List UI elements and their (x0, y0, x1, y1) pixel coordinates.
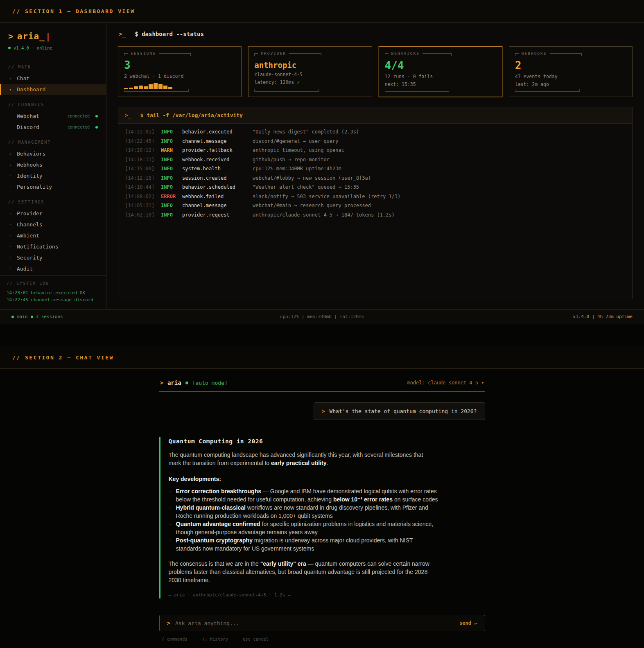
connected-dot-icon (95, 126, 98, 129)
log-row: [14:20:12]WARNprovider.fallbackanthropic… (125, 146, 626, 155)
sidebar-item-personality[interactable]: · Personality (0, 181, 106, 192)
system-log-panel: // SYSTEM LOG 14:23:01 behavior.executed… (0, 275, 106, 309)
card-title: SESSIONS (128, 51, 159, 56)
sidebar-item-chat[interactable]: ▸ Chat (0, 73, 106, 84)
hint-history: ↑↓ history (202, 637, 228, 641)
status-bar-metrics: cpu:12% | mem:340mb | lat:120ms (0, 314, 644, 319)
nav-group-settings: // SETTINGS (0, 200, 106, 204)
section-1-header: // SECTION 1 — DASHBOARD VIEW (0, 0, 644, 23)
check-icon: ✓ (297, 79, 300, 85)
model-selector[interactable]: model: claude-sonnet-4-5 ▾ (407, 380, 484, 386)
sidebar-item-dashboard[interactable]: ▸ Dashboard (0, 84, 106, 95)
card-frame-bottom (254, 89, 319, 92)
bullet-icon: · (169, 487, 172, 495)
sidebar-item-channels[interactable]: · Channels (0, 219, 106, 230)
bullet-icon: · (169, 536, 172, 544)
card-frame-bottom (385, 89, 450, 92)
nav-group-channels: // CHANNELS (0, 102, 106, 107)
sidebar-item-label: Behaviors (17, 151, 45, 157)
card-frame-top: PROVIDER (254, 53, 321, 56)
sidebar-item-ambient[interactable]: · Ambient (0, 230, 106, 241)
prompt-chevron-icon: > (167, 620, 170, 626)
stat-cards: SESSIONS 3 2 webchat · 1 discord PROVIDE… (118, 46, 633, 97)
section-2-header: // SECTION 2 — CHAT VIEW (0, 346, 644, 369)
behaviors-runs: 12 runs · 0 fails (385, 73, 496, 81)
sidebar-item-webhooks[interactable]: ▸ Webhooks (0, 159, 106, 170)
card-sessions[interactable]: SESSIONS 3 2 webchat · 1 discord (118, 46, 242, 97)
sidebar-item-discord[interactable]: · Discord connected (0, 122, 106, 133)
behaviors-ratio: 4/4 (385, 60, 496, 72)
log-row: [14:15:00]INFOsystem.healthcpu:12% mem:3… (125, 164, 626, 174)
dot-marker-icon: · (9, 114, 17, 118)
chat-input-box[interactable]: > send ↵ (159, 615, 485, 631)
sidebar-item-audit[interactable]: · Audit (0, 263, 106, 274)
send-button[interactable]: send ↵ (459, 620, 477, 626)
sidebar-nav: // MAIN ▸ Chat ▸ Dashboard // CHANNELS (0, 58, 106, 275)
bullet-item: ·Post-quantum cryptography migration is … (169, 536, 439, 553)
system-log-label: // SYSTEM LOG (7, 281, 99, 286)
app-title: >aria_| (8, 32, 98, 41)
section-1-title: // SECTION 1 — DASHBOARD VIEW (12, 8, 135, 14)
sidebar-item-identity[interactable]: · Identity (0, 170, 106, 181)
sessions-count: 3 (124, 59, 235, 71)
card-title: PROVIDER (258, 51, 289, 56)
log-row: [14:23:01]INFObehavior.executed"Daily ne… (125, 127, 626, 137)
bullet-item: ·Hybrid quantum-classical workflows are … (169, 503, 439, 520)
section-2-title: // SECTION 2 — CHAT VIEW (12, 354, 114, 361)
sidebar-item-notifications[interactable]: · Notifications (0, 241, 106, 252)
brand-name: aria_ (17, 32, 45, 41)
prompt-chevron-icon: > (160, 379, 163, 386)
webhooks-last: last: 2m ago (515, 81, 626, 89)
terminal-prompt-icon: >_ (119, 31, 126, 37)
dot-marker-icon: · (9, 211, 17, 216)
card-provider[interactable]: PROVIDER anthropic claude-sonnet-4-5 lat… (248, 46, 372, 97)
dot-marker-icon: · (9, 233, 17, 238)
activity-log-panel: >_ $ tail -f /var/log/aria/activity [14:… (118, 107, 633, 299)
connection-status: connected (68, 114, 90, 118)
card-frame-top: SESSIONS (124, 53, 191, 56)
webhooks-count: 2 (515, 60, 626, 72)
log-row: [14:18:33]INFOwebhook.receivedgithub/pus… (125, 155, 626, 165)
section-1-dashboard: // SECTION 1 — DASHBOARD VIEW >aria_| v1… (0, 0, 644, 324)
assistant-message: Quantum Computing in 2026 The quantum co… (159, 437, 485, 598)
hint-commands: / commands (162, 637, 188, 641)
arrow-icon: ▸ (9, 151, 17, 156)
card-frame-bottom (124, 89, 189, 92)
key-developments-heading: Key developments: (169, 475, 485, 483)
sidebar-item-label: Dashboard (17, 86, 45, 93)
dot-marker-icon: · (9, 185, 17, 189)
status-bar-uptime: v1.4.0 | 4h 23m uptime (573, 314, 633, 319)
sidebar-item-behaviors[interactable]: ▸ Behaviors (0, 148, 106, 159)
agent-online-dot-icon (185, 382, 188, 384)
chat-input[interactable] (175, 620, 459, 626)
online-dot-icon (8, 47, 11, 49)
dot-marker-icon: · (9, 266, 17, 271)
sidebar-item-label: Provider (17, 210, 43, 217)
agent-name: aria (167, 379, 181, 386)
card-frame-top: BEHAVIORS (385, 53, 452, 56)
sidebar-item-webchat[interactable]: · Webchat connected (0, 111, 106, 122)
log-row: [14:12:18]INFOsession.createdwebchat/#lo… (125, 174, 626, 183)
card-frame-top: WEBHOOKS (515, 53, 582, 56)
sidebar-item-provider[interactable]: · Provider (0, 208, 106, 219)
arrow-icon: ▸ (9, 87, 17, 92)
terminal-prompt-icon: >_ (125, 112, 131, 118)
sidebar-item-label: Chat (17, 75, 29, 81)
arrow-icon: ▸ (9, 163, 17, 167)
response-intro: The quantum computing landscape has adva… (169, 451, 435, 467)
brand-block: >aria_| v1.4.0 · online (0, 23, 106, 58)
sidebar-item-label: Security (17, 255, 43, 261)
sidebar-item-label: Identity (17, 173, 43, 179)
sessions-sparkline-chart (124, 83, 235, 89)
provider-latency: latency: 120ms ✓ (254, 79, 366, 87)
response-meta: — aria · anthropic/claude-sonnet-4-5 · 1… (169, 592, 485, 598)
card-webhooks[interactable]: WEBHOOKS 2 47 events today last: 2m ago (509, 46, 633, 97)
card-behaviors[interactable]: BEHAVIORS 4/4 12 runs · 0 fails next: 15… (379, 46, 502, 97)
tail-command-text: $ tail -f /var/log/aria/activity (140, 112, 242, 118)
text-cursor: | (45, 32, 51, 41)
sidebar-item-security[interactable]: · Security (0, 252, 106, 263)
card-title: WEBHOOKS (519, 51, 550, 56)
sidebar: >aria_| v1.4.0 · online // MAIN ▸ Chat (0, 23, 106, 309)
system-log-entry: 14:22:45 channel.message discord (7, 296, 99, 304)
status-bar: main 3 sessions cpu:12% | mem:340mb | la… (0, 309, 644, 324)
